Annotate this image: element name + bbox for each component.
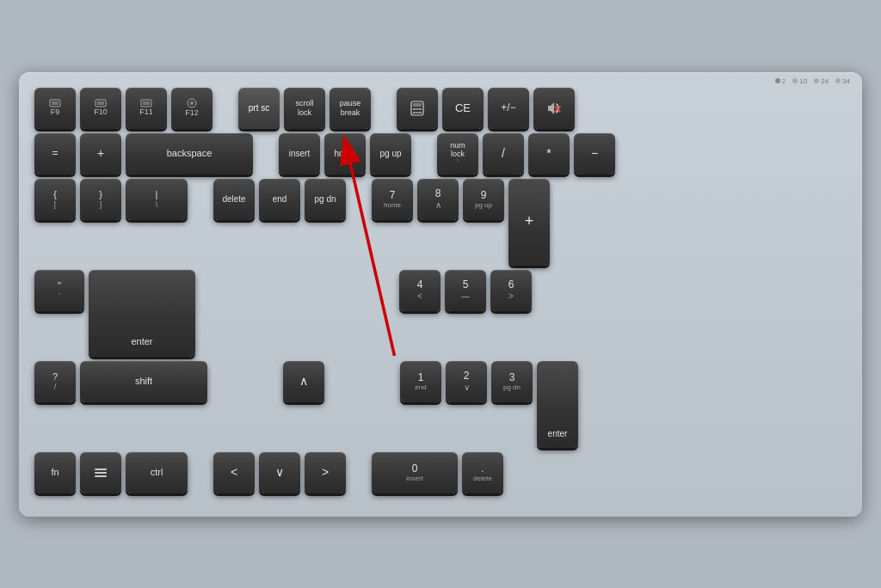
key-f12[interactable]: F12	[171, 88, 213, 129]
key-num5[interactable]: 5 —	[445, 270, 486, 311]
dot-2: 10	[792, 77, 807, 85]
key-plus[interactable]: +	[80, 133, 121, 175]
key-pgdn[interactable]: pg dn	[305, 179, 346, 220]
key-arrowright[interactable]: >	[305, 452, 346, 493]
key-arrowleft[interactable]: <	[213, 452, 255, 493]
key-rctrl[interactable]: ctrl	[126, 452, 188, 493]
key-scrolllock[interactable]: scroll lock	[284, 88, 325, 129]
key-num0[interactable]: 0 insert	[372, 452, 458, 493]
key-end[interactable]: end	[259, 179, 300, 220]
key-backspace[interactable]: backspace	[126, 133, 253, 175]
dot-3: 24	[814, 77, 829, 85]
key-menu[interactable]	[80, 452, 121, 493]
svg-point-7	[190, 101, 194, 105]
key-mute[interactable]	[533, 88, 575, 129]
key-insert[interactable]: insert	[279, 133, 320, 175]
svg-rect-18	[95, 469, 107, 470]
key-quote[interactable]: " '	[34, 270, 84, 311]
key-f9[interactable]: F9	[34, 88, 76, 129]
key-calculator[interactable]	[397, 88, 438, 129]
key-numlock[interactable]: num lock °	[437, 133, 478, 175]
keyboard: 2 10 24 34 F9 F10 F11 F12 prt sc	[19, 72, 862, 517]
row-4: " ' enter 4 < 5 — 6 >	[34, 270, 847, 357]
dot-1: 2	[775, 77, 786, 85]
key-prtsc[interactable]: prt sc	[238, 88, 280, 129]
row-6: fn ctrl < ∨ > 0 insert . delete	[34, 452, 847, 493]
key-questionmark[interactable]: ? /	[34, 361, 76, 402]
row-function: F9 F10 F11 F12 prt sc scroll lock pau	[34, 88, 847, 129]
row-2: = + backspace insert home pg up num lock…	[34, 133, 847, 175]
row-3: { [ } ] | \ delete end pg dn 7 home 8 ∧	[34, 179, 847, 266]
key-numenter[interactable]: enter	[537, 361, 578, 448]
dot-4: 34	[835, 77, 850, 85]
key-backslash[interactable]: | \	[126, 179, 188, 220]
key-f11[interactable]: F11	[126, 88, 167, 129]
key-num9[interactable]: 9 pg up	[463, 179, 504, 220]
key-fn[interactable]: fn	[34, 452, 76, 493]
key-enter[interactable]: enter	[89, 270, 195, 357]
key-closebrace[interactable]: } ]	[80, 179, 121, 220]
key-delete[interactable]: delete	[213, 179, 255, 220]
row-5: ? / shift ∧ 1 end 2 ∨ 3 pg dn enter	[34, 361, 847, 448]
key-numplus[interactable]: +	[508, 179, 550, 266]
key-num3[interactable]: 3 pg dn	[491, 361, 533, 402]
svg-rect-12	[419, 108, 422, 110]
key-num8[interactable]: 8 ∧	[417, 179, 459, 220]
key-num1[interactable]: 1 end	[400, 361, 441, 402]
status-dots: 2 10 24 34	[775, 77, 850, 85]
key-plusminus[interactable]: +/−	[488, 88, 529, 129]
key-openbrace[interactable]: { [	[34, 179, 76, 220]
key-numslash[interactable]: /	[483, 133, 524, 175]
svg-rect-13	[413, 112, 416, 113]
key-pausebreak[interactable]: pause break	[330, 88, 371, 129]
key-arrowup[interactable]: ∧	[283, 361, 324, 402]
key-rshift[interactable]: shift	[80, 361, 207, 402]
key-f10[interactable]: F10	[80, 88, 121, 129]
key-numdot[interactable]: . delete	[462, 452, 503, 493]
svg-rect-9	[413, 103, 422, 107]
key-num6[interactable]: 6 >	[490, 270, 532, 311]
key-equals[interactable]: =	[34, 133, 76, 175]
svg-rect-20	[95, 475, 107, 477]
key-numstar[interactable]: *	[528, 133, 570, 175]
svg-rect-1	[52, 101, 59, 105]
svg-rect-14	[416, 112, 419, 113]
svg-rect-10	[413, 108, 416, 110]
key-home[interactable]: home	[324, 133, 366, 175]
key-num2[interactable]: 2 ∨	[446, 361, 487, 402]
key-arrowdown[interactable]: ∨	[259, 452, 300, 493]
svg-rect-19	[95, 472, 107, 474]
svg-rect-5	[143, 101, 150, 105]
svg-rect-15	[419, 112, 422, 113]
key-ce[interactable]: CE	[442, 88, 484, 129]
svg-rect-3	[97, 101, 104, 105]
key-pgup[interactable]: pg up	[370, 133, 411, 175]
key-num4[interactable]: 4 <	[399, 270, 440, 311]
key-num7[interactable]: 7 home	[372, 179, 413, 220]
key-numminus[interactable]: −	[574, 133, 615, 175]
svg-rect-11	[416, 108, 419, 110]
